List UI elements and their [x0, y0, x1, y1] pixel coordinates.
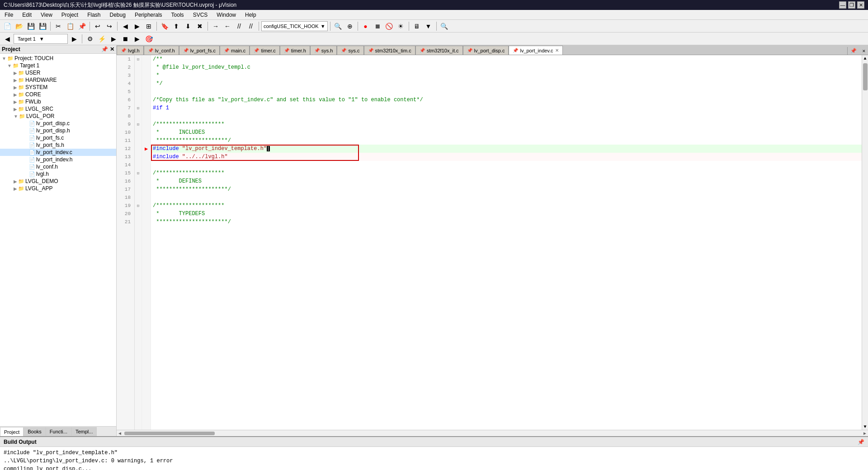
- bookmark-toggle-button[interactable]: 🔖: [159, 21, 170, 32]
- tree-item-project-root[interactable]: ▼ 📁 Project: TOUCH: [0, 55, 116, 62]
- tb2-btn2[interactable]: ▶: [69, 33, 80, 44]
- tree-item-lv-port-fs-c[interactable]: 📄 lv_port_fs.c: [0, 134, 116, 141]
- tree-item-lv-port-indev-c[interactable]: 📄 lv_port_indev.c: [0, 149, 116, 156]
- editor-scrollbar[interactable]: ▲ ▼: [862, 55, 868, 430]
- menu-window[interactable]: Window: [214, 11, 239, 19]
- editor-tab-sys-h[interactable]: 📌 sys.h: [310, 46, 337, 55]
- menu-svcs[interactable]: SVCS: [190, 11, 211, 19]
- tree-item-lv-port-indev-h[interactable]: 📄 lv_port_indev.h: [0, 156, 116, 163]
- window-controls[interactable]: — ❐ ✕: [839, 1, 864, 9]
- tb2-btn1[interactable]: ◀: [2, 33, 13, 44]
- tree-item-lv-port-disp-h[interactable]: 📄 lv_port_disp.h: [0, 127, 116, 134]
- tree-item-lv-conf-h[interactable]: 📄 lv_conf.h: [0, 163, 116, 170]
- scroll-up-btn[interactable]: ▲: [863, 55, 866, 61]
- open-file-button[interactable]: 📂: [14, 21, 24, 32]
- tree-item-lvgl-app[interactable]: ▶ 📁 LVGL_APP: [0, 185, 116, 192]
- collapse-15[interactable]: ⊟: [135, 169, 142, 177]
- paste-button[interactable]: 📌: [76, 21, 87, 32]
- menu-tools[interactable]: Tools: [169, 11, 187, 19]
- tb2-btn4[interactable]: ⚡: [96, 33, 107, 44]
- tree-item-lvgl-por[interactable]: ▼ 📁 LVGL_POR: [0, 113, 116, 120]
- tb2-btn5[interactable]: ▶: [108, 33, 119, 44]
- nav-fwd-button[interactable]: ▶: [132, 21, 142, 32]
- save-button[interactable]: 💾: [25, 21, 36, 32]
- uncomment-button[interactable]: //: [245, 21, 256, 32]
- bookmark-next-button[interactable]: ⬇: [183, 21, 193, 32]
- editor-tab-sys-c[interactable]: 📌 sys.c: [337, 46, 363, 55]
- tb2-btn8[interactable]: 🎯: [143, 33, 154, 44]
- tree-item-fwlib[interactable]: ▶ 📁 FWLib: [0, 98, 116, 105]
- h-scroll-left-btn[interactable]: ◀: [117, 431, 123, 436]
- no-entry-button[interactable]: 🚫: [384, 21, 395, 32]
- undo-button[interactable]: ↩: [92, 21, 103, 32]
- editor-tab-main-c[interactable]: 📌 main.c: [220, 46, 250, 55]
- panel-pin-icon[interactable]: 📌: [101, 46, 108, 52]
- maximize-button[interactable]: ❐: [848, 1, 855, 9]
- editor-tab-stm32-it-c[interactable]: 📌 stm32f10x_it.c: [415, 46, 463, 55]
- tab-project[interactable]: Project: [0, 427, 24, 436]
- menu-flash[interactable]: Flash: [85, 11, 103, 19]
- menu-view[interactable]: View: [38, 11, 55, 19]
- tab-templates[interactable]: Templ...: [71, 427, 97, 436]
- minimize-button[interactable]: —: [839, 1, 846, 9]
- menu-peripherals[interactable]: Peripherals: [132, 11, 165, 19]
- tree-item-lv-port-disp-c[interactable]: 📄 lv_port_disp.c: [0, 120, 116, 127]
- nav-extra-button[interactable]: ⊞: [143, 21, 154, 32]
- editor-tab-lv-port-disp-c[interactable]: 📌 lv_port_disp.c: [463, 46, 509, 55]
- build-output-pin-icon[interactable]: 📌: [858, 439, 864, 445]
- redo-button[interactable]: ↪: [104, 21, 115, 32]
- menu-project[interactable]: Project: [59, 11, 81, 19]
- config-dropdown[interactable]: configUSE_TICK_HOOK ▼: [261, 21, 328, 31]
- comment-button[interactable]: //: [234, 21, 245, 32]
- cut-button[interactable]: ✂: [53, 21, 64, 32]
- indent-button[interactable]: →: [210, 21, 221, 32]
- panel-close-icon[interactable]: ✕: [110, 46, 114, 52]
- save-all-button[interactable]: 💾: [37, 21, 48, 32]
- sun-button[interactable]: ☀: [396, 21, 406, 32]
- bookmark-clear-button[interactable]: ✖: [194, 21, 205, 32]
- zoom-more-button[interactable]: ⊕: [344, 21, 355, 32]
- nav-back-button[interactable]: ◀: [120, 21, 131, 32]
- display-button[interactable]: 🖥: [411, 21, 422, 32]
- h-scroll-right-btn[interactable]: ▶: [862, 431, 868, 436]
- editor-tab-lv-port-fs-c[interactable]: 📌 lv_port_fs.c: [179, 46, 220, 55]
- tab-functions[interactable]: Functi...: [46, 427, 71, 436]
- tree-item-user[interactable]: ▶ 📁 USER: [0, 69, 116, 76]
- tb2-btn3[interactable]: ⚙: [85, 33, 95, 44]
- collapse-7[interactable]: ⊟: [135, 104, 142, 112]
- menu-edit[interactable]: Edit: [19, 11, 34, 19]
- target-dropdown[interactable]: Target 1 ▼: [14, 34, 68, 44]
- code-content[interactable]: /** * @file lv_port_indev_templ.c * */: [151, 55, 862, 430]
- red-circle-button[interactable]: ●: [360, 21, 371, 32]
- editor-tab-stm32-tim-c[interactable]: 📌 stm32f10x_tim.c: [364, 46, 415, 55]
- collapse-9[interactable]: ⊟: [135, 120, 142, 128]
- close-button[interactable]: ✕: [857, 1, 864, 9]
- bookmark-prev-button[interactable]: ⬆: [171, 21, 182, 32]
- copy-button[interactable]: 📋: [65, 21, 75, 32]
- code-editor[interactable]: 1 2 3 4 5 6 7 8 9 10 11 12 13 14 15 16 1: [117, 55, 868, 430]
- h-scroll-thumb[interactable]: [124, 432, 215, 435]
- tree-item-lvgl-demo[interactable]: ▶ 📁 LVGL_DEMO: [0, 178, 116, 185]
- menu-debug[interactable]: Debug: [107, 11, 128, 19]
- menu-help[interactable]: Help: [242, 11, 259, 19]
- search-button[interactable]: 🔍: [439, 21, 450, 32]
- tab-pin-btn[interactable]: 📌: [848, 47, 859, 55]
- editor-tab-lv-port-indev-c[interactable]: 📌 lv_port_indev.c ✕: [509, 46, 562, 55]
- scroll-down-btn[interactable]: ▼: [863, 423, 866, 430]
- zoom-in-button[interactable]: 🔍: [333, 21, 344, 32]
- tree-item-lv-port-fs-h[interactable]: 📄 lv_port_fs.h: [0, 141, 116, 149]
- h-scrollbar[interactable]: ◀ ▶: [117, 430, 868, 436]
- stop-button[interactable]: ⏹: [372, 21, 383, 32]
- display-arrow-button[interactable]: ▼: [423, 21, 434, 32]
- collapse-19[interactable]: ⊟: [135, 202, 142, 210]
- editor-tab-lvgl-h[interactable]: 📌 lvgl.h: [117, 46, 144, 55]
- editor-tab-timer-h[interactable]: 📌 timer.h: [280, 46, 310, 55]
- tree-item-lvgl-h[interactable]: 📄 lvgl.h: [0, 170, 116, 178]
- editor-tab-timer-c[interactable]: 📌 timer.c: [250, 46, 279, 55]
- tree-item-core[interactable]: ▶ 📁 CORE: [0, 91, 116, 98]
- scroll-thumb[interactable]: [863, 63, 868, 90]
- menu-file[interactable]: File: [2, 11, 16, 19]
- tree-item-target1[interactable]: ▼ 📁 Target 1: [0, 62, 116, 69]
- tb2-btn6[interactable]: ⏹: [120, 33, 131, 44]
- tab-books[interactable]: Books: [24, 427, 46, 436]
